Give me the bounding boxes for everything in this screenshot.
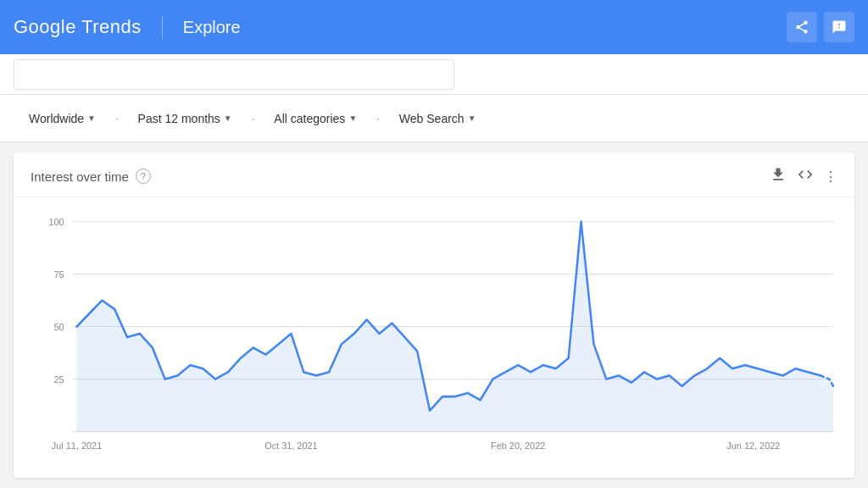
interest-over-time-card: Interest over time ? ⋮ xyxy=(14,152,854,478)
header-left: Google Trends Explore xyxy=(14,15,241,39)
categories-label: All categories xyxy=(274,112,345,125)
share-button[interactable] xyxy=(787,12,817,42)
chart-header: Interest over time ? ⋮ xyxy=(14,152,854,197)
share-icon xyxy=(794,19,810,35)
chart-svg-container: 100 75 50 25 Jul 11, 2021 Oct 31, 2021 xyxy=(31,204,837,475)
svg-text:Feb 20, 2022: Feb 20, 2022 xyxy=(491,441,545,451)
worldwide-chevron: ▼ xyxy=(87,114,96,123)
feedback-button[interactable] xyxy=(824,12,854,42)
app-logo: Google Trends xyxy=(14,16,142,38)
more-button[interactable]: ⋮ xyxy=(824,169,837,185)
chart-title-area: Interest over time ? xyxy=(31,169,151,184)
svg-text:75: 75 xyxy=(54,269,64,280)
svg-text:Jun 12, 2022: Jun 12, 2022 xyxy=(726,441,780,451)
worldwide-label: Worldwide xyxy=(29,112,84,125)
app-header: Google Trends Explore xyxy=(0,0,868,54)
search-input[interactable] xyxy=(14,59,454,90)
main-content: Interest over time ? ⋮ xyxy=(0,142,868,488)
chart-actions: ⋮ xyxy=(770,166,837,186)
svg-text:25: 25 xyxy=(54,374,64,384)
help-icon[interactable]: ? xyxy=(136,169,151,184)
past12-filter[interactable]: Past 12 months ▼ xyxy=(130,107,241,130)
header-actions xyxy=(787,12,854,42)
chart-svg: 100 75 50 25 Jul 11, 2021 Oct 31, 2021 xyxy=(31,204,837,475)
svg-text:Jul 11, 2021: Jul 11, 2021 xyxy=(52,441,102,451)
filter-sep-2: · xyxy=(251,108,256,128)
websearch-label: Web Search xyxy=(399,112,465,125)
download-icon xyxy=(770,166,787,183)
header-divider xyxy=(162,15,163,39)
embed-button[interactable] xyxy=(797,166,814,186)
websearch-filter[interactable]: Web Search ▼ xyxy=(391,107,485,130)
search-area xyxy=(0,54,868,95)
websearch-chevron: ▼ xyxy=(468,114,476,123)
past12-chevron: ▼ xyxy=(224,114,232,123)
worldwide-filter[interactable]: Worldwide ▼ xyxy=(20,107,104,130)
chart-title: Interest over time xyxy=(31,169,129,184)
page-title: Explore xyxy=(183,18,241,37)
filters-bar: Worldwide ▼ · Past 12 months ▼ · All cat… xyxy=(0,95,868,142)
svg-text:50: 50 xyxy=(54,321,64,331)
filter-sep-1: · xyxy=(114,108,120,128)
past12-label: Past 12 months xyxy=(138,112,220,125)
download-button[interactable] xyxy=(770,166,787,186)
svg-text:100: 100 xyxy=(48,217,64,227)
filter-sep-3: · xyxy=(376,108,381,128)
chart-body: 100 75 50 25 Jul 11, 2021 Oct 31, 2021 xyxy=(14,197,854,475)
svg-text:Oct 31, 2021: Oct 31, 2021 xyxy=(264,441,317,451)
feedback-icon xyxy=(832,19,847,35)
categories-filter[interactable]: All categories ▼ xyxy=(265,107,365,130)
code-icon xyxy=(797,166,814,183)
categories-chevron: ▼ xyxy=(348,114,357,123)
